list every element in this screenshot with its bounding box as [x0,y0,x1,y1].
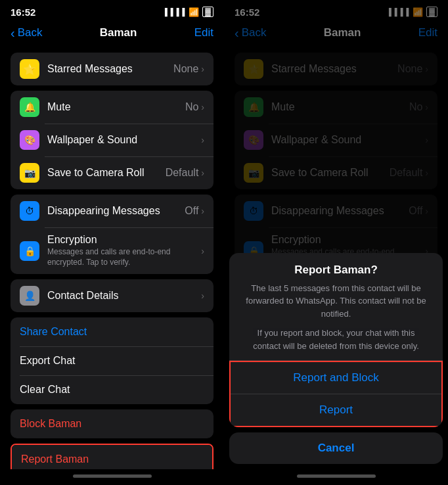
export-chat-label: Export Chat [20,355,75,367]
star-icon: ⭐ [20,59,39,79]
mute-row[interactable]: 🔔 Mute No › [11,91,213,124]
dialog-title: Report Baman? [242,264,430,277]
back-chevron-left: ‹ [11,26,15,39]
encryption-label: Encryption [47,234,201,246]
cancel-dialog: Cancel [229,432,443,464]
edit-button-left[interactable]: Edit [194,26,213,39]
report-label-dialog: Report [319,404,353,417]
encryption-chevron: › [201,246,204,256]
camera-roll-chevron: › [201,168,204,178]
contact-details-row[interactable]: 👤 Contact Details › [11,279,213,312]
home-indicator-left [0,469,224,485]
disappearing-value: Off [185,205,198,217]
disappearing-row[interactable]: ⏱ Disappearing Messages Off › [11,195,213,227]
right-screen: 16:52 ▐▐▐▐ 📶 ▓ ‹ Back Baman Edit ⭐ [224,0,448,485]
starred-messages-chevron: › [201,64,204,74]
contact-details-label: Contact Details [47,290,201,302]
cancel-button[interactable]: Cancel [229,432,443,464]
contact-icon: 👤 [20,286,39,306]
cancel-label: Cancel [318,442,355,455]
export-chat-row[interactable]: Export Chat [11,346,213,375]
settings-group-2: 🔔 Mute No › 🎨 Wallpaper & Sound › 📷 [0,91,224,189]
encryption-icon: 🔒 [20,241,39,261]
mute-label: Mute [47,101,185,113]
home-bar-right [297,474,376,478]
wallpaper-chevron: › [201,135,204,145]
share-contact-row[interactable]: Share Contact [11,317,213,346]
actions-section: Share Contact Export Chat Clear Chat [11,317,213,404]
dialog-actions-border: Report and Block Report [229,361,443,427]
content-left: ⭐ Starred Messages None › 🔔 Mute No [0,47,224,469]
wallpaper-row[interactable]: 🎨 Wallpaper & Sound › [11,124,213,156]
report-label: Report Baman [21,453,89,465]
report-and-block-label: Report and Block [293,371,378,384]
starred-messages-row[interactable]: ⭐ Starred Messages None › [11,53,213,85]
mute-icon: 🔔 [20,97,39,117]
report-row[interactable]: Report Baman [12,445,212,469]
disappearing-label: Disappearing Messages [47,205,185,217]
clear-chat-label: Clear Chat [20,384,70,396]
encryption-row[interactable]: 🔒 Encryption Messages and calls are end-… [11,227,213,274]
block-label: Block Baman [20,418,81,430]
battery-icon-left: ▓ [202,7,213,17]
starred-messages-value: None [173,63,198,75]
block-section: Block Baman [11,409,213,438]
mute-value: No [185,101,198,113]
settings-group-3: ⏱ Disappearing Messages Off › 🔒 Encrypti… [0,195,224,274]
camera-roll-value: Default [166,167,199,179]
page-title-left: Baman [100,26,137,39]
encryption-sublabel: Messages and calls are end-to-end encryp… [47,247,201,267]
wallpaper-icon: 🎨 [20,130,39,150]
back-button-left[interactable]: ‹ Back [11,26,42,39]
settings-group-1: ⭐ Starred Messages None › [0,53,224,85]
home-indicator-right [224,469,448,485]
status-bar-left: 16:52 ▐▐▐▐ 📶 ▓ [0,0,224,21]
report-dialog: Report Baman? The last 5 messages from t… [229,253,443,465]
time-left: 16:52 [11,7,35,18]
disappearing-icon: ⏱ [20,201,39,221]
dialog-container: Report Baman? The last 5 messages from t… [229,253,443,428]
block-row[interactable]: Block Baman [11,409,213,438]
report-section: Report Baman [11,444,213,469]
left-screen: 16:52 ▐▐▐▐ 📶 ▓ ‹ Back Baman Edit ⭐ Starr… [0,0,224,485]
dialog-message2: If you report and block, your chat with … [242,327,430,352]
camera-roll-label: Save to Camera Roll [47,167,166,179]
dialog-header: Report Baman? The last 5 messages from t… [229,253,443,361]
dialog-overlay: Report Baman? The last 5 messages from t… [224,0,448,485]
status-icons-left: ▐▐▐▐ 📶 ▓ [162,7,213,17]
home-bar-left [73,474,152,478]
dialog-message1: The last 5 messages from this contact wi… [242,282,430,321]
share-contact-label: Share Contact [20,326,87,338]
settings-group-4: 👤 Contact Details › [0,279,224,312]
wallpaper-label: Wallpaper & Sound [47,134,201,146]
wifi-icon-left: 📶 [189,7,199,17]
disappearing-chevron: › [201,206,204,216]
report-button[interactable]: Report [231,394,441,426]
signal-icon-left: ▐▐▐▐ [162,8,185,16]
mute-chevron: › [201,102,204,112]
clear-chat-row[interactable]: Clear Chat [11,375,213,404]
camera-roll-icon: 📷 [20,163,39,183]
camera-roll-row[interactable]: 📷 Save to Camera Roll Default › [11,156,213,189]
nav-bar-left: ‹ Back Baman Edit [0,21,224,47]
starred-messages-label: Starred Messages [47,63,173,75]
report-and-block-button[interactable]: Report and Block [231,362,441,394]
back-label-left: Back [18,26,43,39]
contact-details-chevron: › [201,290,204,301]
